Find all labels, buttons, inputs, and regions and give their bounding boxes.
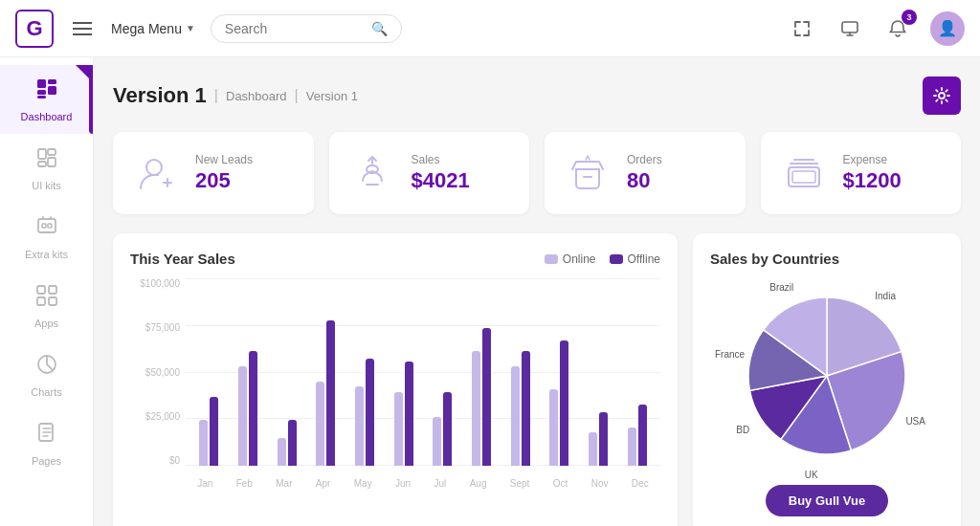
x-label: Jun bbox=[395, 478, 411, 489]
expense-icon bbox=[781, 150, 827, 196]
bar-online bbox=[511, 366, 520, 466]
pie-chart-card: Sales by Countries IndiaUSAUKBDFranceBra… bbox=[693, 233, 961, 526]
sidebar-item-pages[interactable]: Pages bbox=[0, 409, 93, 478]
bar-offline bbox=[326, 320, 335, 466]
pages-icon bbox=[34, 421, 59, 451]
app-logo[interactable]: G bbox=[15, 10, 54, 48]
legend-online: Online bbox=[545, 252, 596, 266]
x-label: Dec bbox=[632, 478, 649, 489]
page-title: Version 1 bbox=[113, 83, 207, 108]
bar-online bbox=[394, 392, 403, 466]
x-label: Oct bbox=[553, 478, 568, 489]
y-label: $75,000 bbox=[130, 322, 180, 333]
bar-group bbox=[267, 420, 306, 466]
pie-chart-wrap: IndiaUSAUKBDFranceBrazil bbox=[731, 280, 923, 471]
bar-online bbox=[355, 386, 364, 466]
bar-offline bbox=[210, 397, 218, 466]
sidebar-apps-label: Apps bbox=[34, 318, 58, 329]
top-navigation: G Mega Menu ▼ 🔍 3 👤 bbox=[0, 0, 980, 57]
bar-offline bbox=[366, 359, 374, 466]
sidebar-dashboard-label: Dashboard bbox=[21, 111, 73, 122]
bar-online bbox=[316, 382, 324, 466]
bar-online bbox=[628, 427, 636, 466]
orders-value: 80 bbox=[627, 168, 662, 193]
x-label: Aug bbox=[470, 478, 487, 489]
sidebar-pages-label: Pages bbox=[32, 455, 61, 467]
user-avatar[interactable]: 👤 bbox=[930, 11, 965, 46]
expand-icon-button[interactable] bbox=[787, 13, 817, 44]
buy-gull-vue-button[interactable]: Buy Gull Vue bbox=[766, 485, 888, 516]
stat-cards-row: New Leads 205 Sales $4021 bbox=[113, 132, 961, 214]
bar-group bbox=[423, 392, 462, 466]
breadcrumb-item-version: Version 1 bbox=[306, 89, 358, 103]
bar-offline bbox=[599, 412, 608, 466]
bar-online bbox=[472, 351, 480, 466]
y-label: $0 bbox=[130, 455, 180, 466]
new-leads-icon-wrap bbox=[132, 149, 180, 197]
sidebar-item-ui-kits[interactable]: UI kits bbox=[0, 134, 93, 203]
sidebar-ui-kits-label: UI kits bbox=[32, 180, 61, 191]
svg-rect-14 bbox=[49, 286, 56, 294]
bar-online bbox=[278, 438, 286, 466]
search-icon: 🔍 bbox=[371, 21, 388, 36]
bar-offline bbox=[482, 328, 491, 466]
offline-legend-dot bbox=[610, 254, 623, 264]
bar-online bbox=[549, 389, 558, 466]
x-label: Mar bbox=[276, 478, 292, 489]
svg-rect-8 bbox=[48, 158, 56, 166]
bar-offline bbox=[522, 351, 530, 466]
monitor-icon bbox=[840, 19, 859, 38]
bar-group bbox=[384, 362, 423, 466]
legend-offline: Offline bbox=[610, 252, 660, 266]
y-label: $50,000 bbox=[130, 367, 180, 378]
bar-group bbox=[501, 351, 540, 466]
pie-chart-title: Sales by Countries bbox=[710, 251, 839, 267]
mega-menu-button[interactable]: Mega Menu ▼ bbox=[111, 21, 195, 36]
hamburger-menu[interactable] bbox=[69, 18, 96, 39]
orders-icon bbox=[565, 150, 611, 196]
bar-group bbox=[579, 412, 618, 466]
new-leads-info: New Leads 205 bbox=[195, 153, 253, 193]
sidebar-item-dashboard[interactable]: Dashboard bbox=[0, 65, 93, 134]
screen-icon-button[interactable] bbox=[835, 13, 865, 44]
main-layout: Dashboard UI kits bbox=[0, 57, 980, 526]
online-legend-dot bbox=[545, 254, 558, 264]
svg-rect-4 bbox=[37, 90, 46, 95]
settings-button[interactable] bbox=[923, 77, 961, 115]
bar-online bbox=[589, 432, 597, 466]
sidebar-item-extra-kits[interactable]: Extra kits bbox=[0, 203, 93, 272]
nav-icons-group: 3 👤 bbox=[787, 11, 965, 46]
main-content: Version 1 | Dashboard | Version 1 bbox=[94, 57, 980, 526]
svg-rect-13 bbox=[37, 286, 45, 294]
svg-rect-7 bbox=[48, 149, 56, 155]
dashboard-icon bbox=[34, 77, 59, 107]
bar-group bbox=[229, 351, 268, 466]
svg-rect-22 bbox=[789, 167, 819, 186]
bar-online bbox=[238, 366, 247, 466]
bar-online bbox=[433, 417, 441, 466]
svg-rect-23 bbox=[792, 171, 815, 183]
bars-area bbox=[186, 278, 660, 466]
x-label: Sept bbox=[510, 478, 530, 489]
notification-button[interactable]: 3 bbox=[882, 13, 913, 44]
bar-offline bbox=[638, 405, 647, 466]
ui-kits-icon bbox=[34, 145, 59, 176]
sidebar-item-charts[interactable]: Charts bbox=[0, 340, 93, 409]
sidebar-extra-kits-label: Extra kits bbox=[25, 249, 68, 260]
expense-value: $1200 bbox=[843, 168, 902, 193]
bar-group bbox=[189, 397, 229, 466]
sidebar-charts-label: Charts bbox=[31, 386, 61, 398]
bar-group bbox=[345, 359, 385, 466]
svg-point-20 bbox=[146, 160, 162, 175]
svg-rect-5 bbox=[37, 96, 46, 99]
sales-label: Sales bbox=[412, 153, 470, 166]
orders-label: Orders bbox=[627, 153, 662, 166]
expand-icon bbox=[792, 19, 812, 38]
breadcrumb-item-dashboard: Dashboard bbox=[226, 89, 287, 103]
svg-rect-0 bbox=[842, 22, 858, 33]
search-input[interactable] bbox=[225, 21, 364, 36]
stat-card-orders: Orders 80 bbox=[545, 132, 746, 214]
bar-chart-card: This Year Sales Online Offline bbox=[113, 233, 678, 526]
y-label: $100,000 bbox=[130, 278, 180, 289]
sidebar-item-apps[interactable]: Apps bbox=[0, 272, 93, 340]
